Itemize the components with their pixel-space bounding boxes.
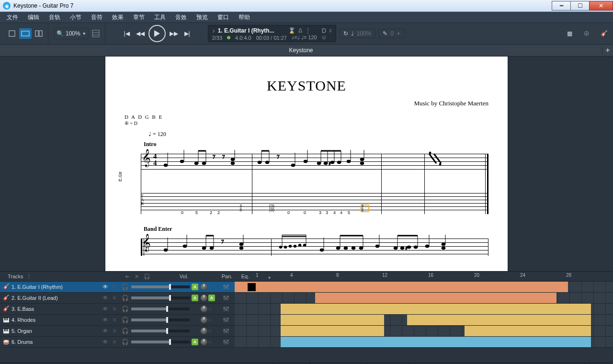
menu-sound[interactable]: 音效 xyxy=(170,12,192,23)
solo-toggle[interactable]: 🎧 xyxy=(122,317,131,323)
track-row[interactable]: 🎸3. E.Bass👁✕🎧A xyxy=(0,304,613,315)
eq-button[interactable] xyxy=(217,317,235,323)
track-row[interactable]: 🎹4. Rhodes👁✕🎧A xyxy=(0,315,613,326)
zoom-control[interactable]: 🔍 100% ▼ xyxy=(54,28,89,39)
region-block[interactable] xyxy=(407,315,591,325)
automation-badge[interactable]: A xyxy=(192,295,198,301)
go-end-icon[interactable]: ▶| xyxy=(182,28,193,39)
pan-knob[interactable]: A xyxy=(198,306,217,312)
eq-button[interactable] xyxy=(217,328,235,334)
track-row[interactable]: 🎸2. E.Guitar II (Lead)👁✕🎧AA xyxy=(0,293,613,304)
maximize-button[interactable]: ☐ xyxy=(570,1,590,11)
pan-knob[interactable]: A xyxy=(198,328,217,334)
hourglass-icon[interactable]: ⌛ xyxy=(288,27,295,34)
menu-note[interactable]: 音符 xyxy=(86,12,107,23)
region-block[interactable] xyxy=(315,293,556,303)
mute-all-icon[interactable]: ✕ xyxy=(135,273,139,280)
tuner-panel-icon[interactable]: ⦾ xyxy=(580,28,593,39)
countdown-icon[interactable]: ⋮ xyxy=(305,27,311,34)
system-1[interactable]: E.Gtr 𝄞 44 xyxy=(127,150,488,216)
volume-slider[interactable]: A xyxy=(131,339,198,345)
pan-knob[interactable]: A xyxy=(198,295,217,301)
mute-toggle[interactable]: ✕ xyxy=(112,284,122,290)
automation-badge[interactable]: A xyxy=(192,284,198,290)
line-in-icon[interactable]: 🎸 xyxy=(598,28,610,39)
mute-toggle[interactable]: ✕ xyxy=(112,295,122,301)
eq-button[interactable] xyxy=(217,295,235,301)
system-2[interactable]: 𝄞 7 xyxy=(127,235,488,263)
playhead-marker[interactable]: ▾ xyxy=(268,275,271,280)
metronome-icon[interactable]: Δ xyxy=(298,27,303,34)
pitch-value[interactable]: 0 xyxy=(390,30,394,37)
tuning-fork-icon[interactable]: Ψ xyxy=(322,35,326,41)
visibility-toggle[interactable]: 👁 xyxy=(99,306,112,312)
loop-icon[interactable]: ↻ xyxy=(343,30,348,37)
track-row[interactable]: 🎹5. Organ👁✕🎧A xyxy=(0,326,613,337)
pan-knob[interactable]: A xyxy=(198,339,217,345)
visibility-toggle[interactable]: 👁 xyxy=(99,328,112,334)
region-block[interactable] xyxy=(235,282,568,292)
menu-view[interactable]: 预览 xyxy=(192,12,213,23)
collapse-icon[interactable]: ⇤ xyxy=(125,273,130,280)
menu-edit[interactable]: 编辑 xyxy=(23,12,44,23)
tab-title[interactable]: Keystone xyxy=(0,47,602,54)
minimize-button[interactable]: ━ xyxy=(552,1,571,11)
mute-toggle[interactable]: ✕ xyxy=(112,328,122,334)
play-button[interactable] xyxy=(148,25,166,42)
forward-icon[interactable]: ▶▶ xyxy=(169,28,179,39)
arrangement-lane[interactable] xyxy=(235,304,613,314)
region-block[interactable] xyxy=(281,326,384,336)
arrangement-lane[interactable] xyxy=(235,326,613,336)
loop-percent[interactable]: 100% xyxy=(357,30,372,37)
eq-button[interactable] xyxy=(217,306,235,312)
view-screen-icon[interactable] xyxy=(19,28,32,39)
close-button[interactable]: ✕ xyxy=(589,1,613,11)
region-block[interactable] xyxy=(281,304,591,314)
volume-slider[interactable] xyxy=(131,307,198,310)
eq-button[interactable] xyxy=(217,339,235,345)
track-row[interactable]: 🥁6. Drums👁✕🎧AA xyxy=(0,337,613,348)
arrangement-lane[interactable] xyxy=(235,293,613,303)
pan-knob[interactable]: A xyxy=(198,284,217,290)
volume-slider[interactable]: A xyxy=(131,295,198,301)
menu-window[interactable]: 窗口 xyxy=(213,12,234,23)
fretboard-icon[interactable]: ▦ xyxy=(563,28,576,39)
arrangement-lane[interactable] xyxy=(235,337,613,347)
view-split-icon[interactable] xyxy=(33,28,45,39)
visibility-toggle[interactable]: 👁 xyxy=(99,295,112,301)
volume-slider[interactable]: A xyxy=(131,284,198,290)
solo-toggle[interactable]: 🎧 xyxy=(122,306,131,312)
menu-tools[interactable]: 工具 xyxy=(149,12,170,23)
menu-bar-item[interactable]: 小节 xyxy=(65,12,86,23)
menu-track[interactable]: 音轨 xyxy=(44,12,65,23)
visibility-toggle[interactable]: 👁 xyxy=(99,284,112,290)
mute-toggle[interactable]: ✕ xyxy=(112,306,122,312)
add-tab-button[interactable]: + xyxy=(602,46,613,55)
pan-knob[interactable]: A xyxy=(198,317,217,323)
rewind-icon[interactable]: ◀◀ xyxy=(135,28,146,39)
mute-toggle[interactable]: ✕ xyxy=(112,339,122,345)
headphones-icon[interactable]: 🎧 xyxy=(144,273,150,280)
menu-file[interactable]: 文件 xyxy=(2,12,23,23)
tuner-icon[interactable]: ✎ xyxy=(383,30,387,37)
bar-ruler[interactable]: 1481216202428▾ xyxy=(254,272,613,281)
score-viewport[interactable]: KEYSTONE Music by Christophe Maerten D A… xyxy=(0,57,613,271)
design-mode-icon[interactable] xyxy=(90,28,102,39)
automation-badge[interactable]: A xyxy=(208,295,215,301)
automation-badge[interactable]: A xyxy=(192,339,198,345)
arrangement-lane[interactable] xyxy=(235,315,613,325)
solo-toggle[interactable]: 🎧 xyxy=(122,295,131,301)
tracks-menu-icon[interactable]: ⋮ xyxy=(26,273,32,280)
menu-effect[interactable]: 效果 xyxy=(107,12,128,23)
volume-slider[interactable] xyxy=(131,318,198,321)
visibility-toggle[interactable]: 👁 xyxy=(99,339,112,345)
volume-slider[interactable] xyxy=(131,330,198,332)
current-track-label[interactable]: 1. E.Guitar I (Rhyth... xyxy=(218,27,274,34)
view-page-icon[interactable] xyxy=(6,28,18,39)
region-block[interactable] xyxy=(465,326,591,336)
mute-toggle[interactable]: ✕ xyxy=(112,317,122,323)
arrangement-lane[interactable] xyxy=(235,282,613,292)
go-start-icon[interactable]: |◀ xyxy=(122,28,132,39)
eq-button[interactable] xyxy=(217,284,235,290)
menu-section[interactable]: 章节 xyxy=(128,12,149,23)
